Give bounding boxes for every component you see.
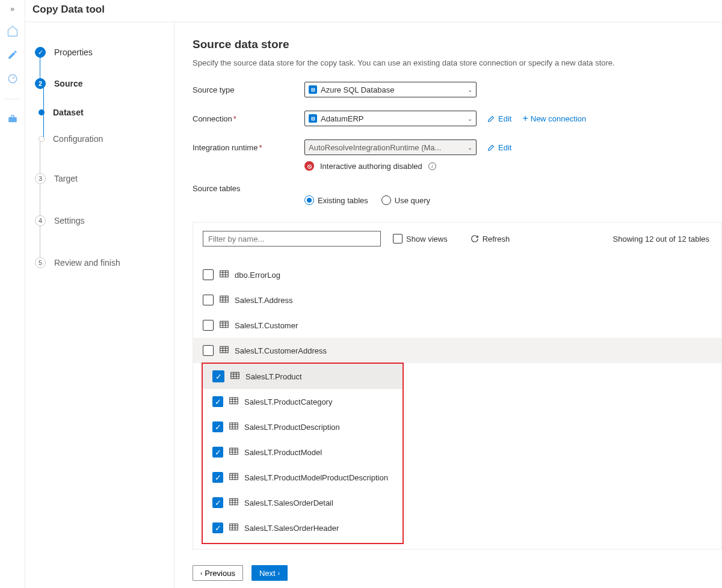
step-label: Dataset [53, 108, 84, 117]
table-row[interactable]: ✓SalesLT.ProductCategory [203, 389, 403, 414]
section-description: Specify the source data store for the co… [193, 58, 722, 67]
table-checkbox[interactable] [203, 295, 214, 305]
table-row[interactable]: ✓SalesLT.SalesOrderHeader [203, 515, 403, 541]
section-title: Source data store [193, 38, 722, 51]
table-row[interactable]: ✓SalesLT.ProductModel [203, 439, 403, 465]
table-checkbox[interactable]: ✓ [212, 522, 223, 533]
left-rail: » [0, 0, 25, 588]
table-count: Showing 12 out of 12 tables [613, 234, 712, 243]
checkbox-icon [393, 234, 403, 243]
table-icon [229, 473, 238, 482]
source-type-select[interactable]: ⊟ Azure SQL Database ⌄ [304, 82, 477, 97]
step-target[interactable]: 3 Target [25, 163, 174, 194]
svg-rect-52 [230, 524, 238, 530]
table-icon [229, 422, 238, 432]
table-row[interactable]: ✓SalesLT.Product [203, 364, 403, 389]
table-row[interactable]: SalesLT.Address [193, 287, 721, 313]
table-icon [220, 270, 229, 280]
wizard-steps: ✓ Properties 2 Source Dataset Configurat… [25, 22, 174, 588]
connection-select[interactable]: ⊟ AdatumERP ⌄ [304, 111, 477, 126]
step-settings[interactable]: 4 Settings [25, 205, 174, 236]
integration-runtime-select[interactable]: AutoResolveIntegrationRuntime (Ma... ⌄ [304, 139, 477, 155]
interactive-authoring-warning: ⦸ Interactive authoring disabled i [304, 161, 722, 171]
info-icon[interactable]: i [428, 162, 436, 170]
edit-runtime-button[interactable]: Edit [487, 143, 511, 152]
show-views-checkbox[interactable]: Show views [393, 234, 448, 243]
table-row[interactable]: SalesLT.CustomerAddress [193, 338, 721, 363]
svg-rect-7 [220, 296, 229, 302]
table-checkbox[interactable]: ✓ [212, 447, 223, 458]
table-checkbox[interactable]: ✓ [212, 370, 224, 382]
table-checkbox[interactable]: ✓ [212, 497, 223, 508]
step-label: Configuration [53, 134, 103, 144]
use-query-radio[interactable]: Use query [381, 195, 430, 205]
database-icon: ⊟ [309, 85, 317, 94]
step-configuration[interactable]: Configuration [25, 126, 174, 152]
table-checkbox[interactable] [203, 345, 214, 356]
svg-rect-27 [230, 397, 238, 404]
home-icon[interactable] [6, 24, 19, 37]
table-checkbox[interactable] [203, 269, 214, 280]
step-label: Properties [54, 47, 93, 57]
step-properties[interactable]: ✓ Properties [25, 37, 174, 68]
table-row[interactable]: ✓SalesLT.ProductDescription [203, 414, 403, 439]
step-number: 2 [35, 78, 46, 89]
filter-input[interactable] [203, 231, 381, 247]
chevron-down-icon: ⌄ [467, 144, 472, 151]
source-type-label: Source type [193, 85, 304, 94]
new-connection-button[interactable]: + New connection [522, 113, 586, 124]
table-name: SalesLT.ProductModelProductDescription [244, 473, 388, 482]
substep-dot [39, 136, 45, 142]
step-source[interactable]: 2 Source [25, 68, 174, 99]
select-value: AdatumERP [321, 114, 364, 123]
integration-runtime-label: Integration runtime* [193, 143, 304, 152]
svg-rect-37 [230, 448, 238, 455]
svg-rect-22 [231, 372, 239, 379]
step-label: Source [54, 79, 82, 88]
source-tables-label: Source tables [193, 184, 304, 193]
table-checkbox[interactable] [203, 320, 214, 331]
table-name: SalesLT.SalesOrderHeader [244, 524, 339, 533]
chevron-down-icon: ⌄ [467, 87, 472, 93]
table-row[interactable]: SalesLT.Customer [193, 313, 721, 338]
chevron-down-icon: ⌄ [467, 115, 472, 122]
connection-label: Connection* [193, 114, 304, 123]
gauge-icon[interactable] [6, 72, 19, 85]
table-icon [229, 523, 238, 533]
table-icon [229, 498, 238, 507]
table-name: SalesLT.CustomerAddress [235, 346, 327, 355]
table-row[interactable]: ✓SalesLT.SalesOrderDetail [203, 490, 403, 515]
table-row[interactable]: ✓SalesLT.ProductModelProductDescription [203, 465, 403, 490]
edit-connection-button[interactable]: Edit [487, 114, 511, 123]
table-name: SalesLT.SalesOrderDetail [244, 498, 333, 507]
database-icon: ⊟ [309, 114, 317, 123]
table-row[interactable]: dbo.ErrorLog [193, 262, 721, 287]
svg-rect-42 [230, 473, 238, 480]
refresh-button[interactable]: Refresh [471, 234, 510, 243]
table-checkbox[interactable]: ✓ [212, 472, 223, 483]
table-checkbox[interactable]: ✓ [212, 396, 223, 407]
expand-rail-icon[interactable]: » [10, 5, 14, 13]
table-name: SalesLT.ProductModel [244, 448, 322, 457]
svg-rect-1 [8, 117, 17, 122]
pencil-icon[interactable] [6, 48, 19, 61]
table-name: SalesLT.ProductCategory [244, 397, 332, 406]
table-name: SalesLT.Product [245, 372, 302, 381]
step-review[interactable]: 5 Review and finish [25, 247, 174, 278]
step-number: 3 [35, 173, 46, 184]
existing-tables-radio[interactable]: Existing tables [304, 195, 368, 205]
table-icon [220, 346, 229, 355]
step-label: Target [54, 174, 78, 183]
svg-rect-47 [230, 498, 238, 505]
radio-icon [381, 195, 391, 205]
table-checkbox[interactable]: ✓ [212, 421, 223, 432]
previous-button[interactable]: ‹Previous [193, 565, 243, 581]
toolbox-icon[interactable] [6, 112, 19, 126]
next-button[interactable]: Next› [251, 565, 288, 581]
table-icon [229, 447, 238, 457]
table-name: dbo.ErrorLog [235, 271, 280, 280]
svg-rect-17 [220, 346, 229, 353]
step-dataset[interactable]: Dataset [25, 99, 174, 126]
page-title: Copy Data tool [32, 4, 715, 16]
table-icon [220, 295, 229, 305]
